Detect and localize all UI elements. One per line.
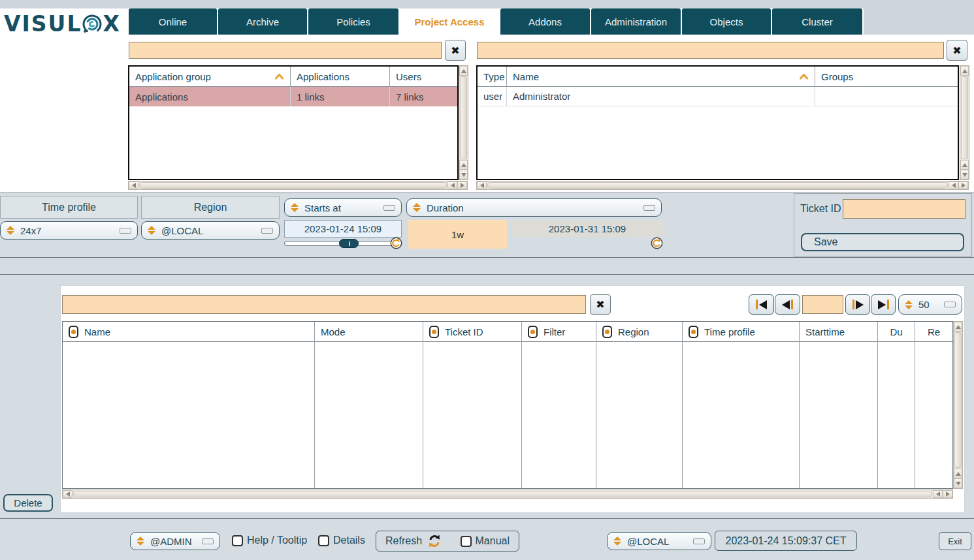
- scroll-left-button[interactable]: [63, 490, 73, 498]
- sort-asc-icon: [274, 73, 284, 80]
- scroll-up-button[interactable]: [459, 66, 468, 76]
- details-label: Details: [333, 535, 365, 546]
- filter-icon[interactable]: [689, 326, 698, 338]
- filter-icon[interactable]: [69, 326, 78, 338]
- last-page-button[interactable]: [871, 294, 896, 315]
- column-header-users[interactable]: Users: [390, 67, 457, 86]
- scroll-left-button[interactable]: [447, 181, 457, 189]
- ticket-id-input[interactable]: [843, 199, 966, 219]
- column-header-filter[interactable]: Filter: [522, 322, 596, 342]
- users-vertical-scrollbar[interactable]: [960, 65, 969, 180]
- tab-project-access[interactable]: Project Access: [400, 8, 499, 35]
- scroll-left-button[interactable]: [129, 181, 138, 189]
- scroll-left-button[interactable]: [933, 490, 943, 498]
- filter-icon[interactable]: [528, 326, 538, 338]
- scroll-down-button[interactable]: [960, 170, 969, 179]
- details-checkbox[interactable]: [318, 535, 329, 546]
- app-groups-horizontal-scrollbar[interactable]: [128, 181, 468, 190]
- refresh-button[interactable]: Refresh: [385, 535, 422, 547]
- column-header-du[interactable]: Du: [878, 322, 915, 342]
- scroll-up-button[interactable]: [960, 160, 969, 170]
- access-clear-button[interactable]: ✖: [590, 294, 611, 315]
- users-search-input[interactable]: [477, 42, 944, 59]
- tab-cluster[interactable]: Cluster: [772, 8, 862, 35]
- help-tooltip-checkbox[interactable]: [232, 535, 243, 546]
- column-time-profile: Time profile: [683, 322, 800, 488]
- column-header-re[interactable]: Re: [915, 322, 952, 342]
- access-vertical-scrollbar[interactable]: [953, 321, 963, 489]
- slider-handle[interactable]: [339, 239, 359, 248]
- scrollbar-thumb[interactable]: [73, 491, 932, 497]
- scrollbar-thumb[interactable]: [954, 332, 962, 468]
- scroll-up-button[interactable]: [954, 469, 962, 478]
- previous-page-button[interactable]: [775, 294, 800, 315]
- scroll-up-button[interactable]: [960, 66, 969, 76]
- column-header-ticket-id[interactable]: Ticket ID: [423, 322, 521, 342]
- scroll-down-button[interactable]: [954, 478, 962, 488]
- duration-value-field[interactable]: 1w: [408, 220, 507, 249]
- scroll-right-button[interactable]: [958, 181, 968, 189]
- app-groups-clear-button[interactable]: ✖: [445, 40, 466, 61]
- scroll-right-button[interactable]: [943, 490, 952, 498]
- page-size-select[interactable]: 50: [898, 294, 962, 315]
- scroll-up-button[interactable]: [954, 322, 962, 332]
- tab-online[interactable]: Online: [129, 8, 217, 35]
- users-clear-button[interactable]: ✖: [947, 40, 967, 61]
- delete-button[interactable]: Delete: [3, 494, 53, 512]
- column-header-type[interactable]: Type: [478, 67, 507, 86]
- filter-icon[interactable]: [429, 326, 439, 338]
- column-header-applications[interactable]: Applications: [291, 67, 390, 86]
- scroll-up-button[interactable]: [459, 160, 468, 170]
- tab-policies[interactable]: Policies: [308, 8, 398, 35]
- scroll-down-button[interactable]: [459, 170, 468, 179]
- tab-administration[interactable]: Administration: [591, 8, 681, 35]
- starts-at-dropdown[interactable]: Starts at: [284, 198, 402, 217]
- first-page-button[interactable]: [749, 294, 774, 315]
- region-select[interactable]: @LOCAL: [141, 221, 280, 240]
- scrollbar-thumb[interactable]: [460, 76, 467, 159]
- column-header-mode[interactable]: Mode: [315, 322, 423, 342]
- next-page-button[interactable]: [845, 294, 870, 315]
- scrollbar-thumb[interactable]: [139, 182, 447, 189]
- column-header-region[interactable]: Region: [596, 322, 682, 342]
- tab-objects[interactable]: Objects: [682, 8, 771, 35]
- filter-icon[interactable]: [602, 326, 612, 338]
- column-header-starttime[interactable]: Starttime: [800, 322, 877, 342]
- page-number-input[interactable]: [802, 295, 843, 314]
- admin-scope-select[interactable]: @ADMIN: [130, 532, 220, 550]
- manual-checkbox[interactable]: [461, 536, 472, 547]
- tab-addons[interactable]: Addons: [500, 8, 590, 35]
- duration-dropdown[interactable]: Duration: [406, 198, 662, 217]
- column-header-name[interactable]: Name: [63, 322, 314, 342]
- app-groups-table: Application group Applications Users App…: [128, 65, 459, 180]
- table-row[interactable]: Applications 1 links 7 links: [129, 87, 457, 106]
- column-header-name[interactable]: Name: [507, 67, 815, 86]
- start-time-slider[interactable]: [284, 241, 393, 246]
- save-button[interactable]: Save: [801, 233, 964, 251]
- exit-button[interactable]: Exit: [939, 532, 971, 550]
- refresh-icon[interactable]: [427, 534, 442, 548]
- scroll-right-button[interactable]: [457, 181, 467, 189]
- column-header-groups[interactable]: Groups: [815, 67, 958, 86]
- users-horizontal-scrollbar[interactable]: [476, 181, 969, 190]
- reset-start-time-icon[interactable]: [390, 237, 402, 249]
- page-edge-bar: [852, 300, 854, 309]
- dropdown-handle-icon: [944, 302, 956, 307]
- tab-archive[interactable]: Archive: [218, 8, 307, 35]
- scroll-left-button[interactable]: [949, 181, 958, 189]
- table-row[interactable]: user Administrator: [478, 87, 958, 106]
- scrollbar-thumb[interactable]: [487, 182, 948, 189]
- reset-duration-icon[interactable]: [651, 237, 663, 249]
- app-groups-search-input[interactable]: [129, 42, 442, 59]
- arrow-right-icon: [878, 300, 886, 309]
- app-groups-vertical-scrollbar[interactable]: [459, 65, 468, 180]
- start-time-field[interactable]: 2023-01-24 15:09: [284, 220, 402, 238]
- time-profile-select[interactable]: 24x7: [0, 221, 138, 240]
- region-scope-select[interactable]: @LOCAL: [607, 532, 711, 550]
- scrollbar-thumb[interactable]: [961, 76, 968, 159]
- access-search-input[interactable]: [62, 295, 586, 314]
- access-horizontal-scrollbar[interactable]: [62, 490, 953, 499]
- column-header-time-profile[interactable]: Time profile: [683, 322, 799, 342]
- column-header-application-group[interactable]: Application group: [129, 67, 291, 86]
- scroll-left-button[interactable]: [477, 181, 487, 189]
